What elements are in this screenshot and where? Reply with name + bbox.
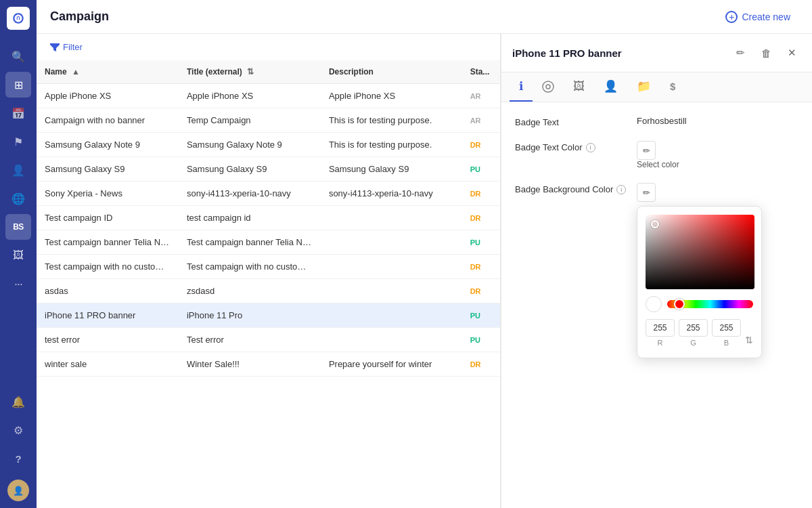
tab-info[interactable]: ℹ (510, 72, 533, 102)
cell-title: Apple iPhone XS (179, 84, 321, 108)
page-title: Campaign (50, 9, 109, 24)
cell-name: winter sale (37, 352, 179, 377)
delete-button[interactable]: 🗑 (757, 43, 775, 62)
cell-status: PU (462, 328, 500, 352)
cell-description: This is for testing purpose. (321, 108, 462, 133)
sidebar-item-image[interactable]: 🖼 (5, 242, 31, 268)
cell-name: test error (37, 328, 179, 352)
cell-title: sony-i4113-xperia-10-navy (179, 182, 321, 206)
tab-dollar[interactable]: $ (660, 72, 685, 102)
badge-text-value: Forhosbestill (637, 116, 687, 126)
col-title-external[interactable]: Title (external) ⇅ (179, 60, 321, 84)
tab-person[interactable]: 👤 (594, 72, 627, 102)
filter-icon (50, 43, 60, 51)
sidebar-item-help[interactable]: ? (5, 446, 31, 471)
table-row[interactable]: Samsung Galaxy S9Samsung Galaxy S9Samsun… (37, 157, 500, 182)
color-picker-popup[interactable]: R G B (637, 206, 762, 358)
sidebar-item-calendar[interactable]: 📅 (5, 100, 31, 126)
hue-strip[interactable] (667, 300, 753, 308)
g-input[interactable] (679, 319, 708, 337)
sidebar-item-settings[interactable]: ⚙ (5, 417, 31, 443)
cell-status: DR (462, 133, 500, 157)
cell-description: Apple iPhone XS (321, 84, 462, 108)
cell-status: DR (462, 182, 500, 206)
plus-circle-icon: + (725, 11, 738, 23)
table-row[interactable]: iPhone 11 PRO banneriPhone 11 ProPU (37, 303, 500, 328)
cell-name: Sony Xperia - News (37, 182, 179, 206)
col-status[interactable]: Sta... (462, 60, 500, 84)
table-row[interactable]: Test campaign IDtest campaign idDR (37, 206, 500, 230)
sidebar-item-globe[interactable]: 🌐 (5, 186, 31, 211)
table-row[interactable]: Campaign with no bannerTemp CampaignThis… (37, 108, 500, 133)
filter-label: Filter (63, 42, 83, 52)
svg-point-0 (543, 81, 554, 92)
select-color-label: Select color (637, 160, 679, 169)
table-row[interactable]: Test campaign with no customer g...Test … (37, 255, 500, 279)
panel-header: iPhone 11 PRO banner ✏ 🗑 ✕ (501, 34, 812, 72)
cell-name: Samsung Galaxy S9 (37, 157, 179, 182)
table-scroll[interactable]: Name ▲ Title (external) ⇅ Description St… (37, 60, 500, 508)
gradient-cursor (651, 220, 659, 228)
main-area: Campaign + Create new Filter (37, 0, 812, 508)
table-row[interactable]: winter saleWinter Sale!!!Prepare yoursel… (37, 352, 500, 377)
sidebar-item-more[interactable]: ··· (5, 271, 31, 297)
filter-button[interactable]: Filter (50, 42, 83, 52)
tab-folder[interactable]: 📁 (627, 72, 660, 102)
spinner-arrows-icon[interactable]: ⇅ (745, 335, 753, 345)
create-new-button[interactable]: + Create new (717, 7, 798, 27)
badge-bg-pen-icon[interactable]: ✏ (637, 183, 656, 202)
cell-title: iPhone 11 Pro (179, 303, 321, 328)
select-color-button[interactable]: ✏ (637, 141, 679, 160)
gradient-canvas[interactable] (646, 215, 754, 289)
cell-name: Campaign with no banner (37, 108, 179, 133)
badge-bg-select-color-button[interactable]: ✏ (637, 183, 762, 202)
gradient-dark-overlay (646, 215, 754, 289)
badge-text-color-info-icon[interactable]: i (586, 143, 595, 152)
rgb-spinner[interactable]: ⇅ (745, 319, 753, 347)
table-area: Filter Name ▲ Title (external) ⇅ (37, 34, 501, 508)
table-row[interactable]: Samsung Galaxy Note 9Samsung Galaxy Note… (37, 133, 500, 157)
badge-bg-color-picker-wrapper: ✏ (637, 183, 762, 358)
cell-name: Test campaign ID (37, 206, 179, 230)
col-description[interactable]: Description (321, 60, 462, 84)
cell-status: PU (462, 157, 500, 182)
tab-image[interactable]: 🖼 (564, 72, 594, 102)
sidebar-item-search[interactable]: 🔍 (5, 43, 31, 69)
table-row[interactable]: Sony Xperia - Newssony-i4113-xperia-10-n… (37, 182, 500, 206)
campaigns-table: Name ▲ Title (external) ⇅ Description St… (37, 60, 500, 377)
sidebar-item-bs[interactable]: BS (5, 214, 31, 240)
badge-bg-color-info-icon[interactable]: i (616, 185, 626, 194)
avatar: 👤 (7, 480, 29, 501)
cell-description: Prepare yourself for winter (321, 352, 462, 377)
close-button[interactable]: ✕ (782, 43, 801, 62)
edit-button[interactable]: ✏ (731, 43, 750, 62)
table-row[interactable]: Apple iPhone XSApple iPhone XSApple iPho… (37, 84, 500, 108)
table-row[interactable]: test errorTest errorPU (37, 328, 500, 352)
col-name[interactable]: Name ▲ (37, 60, 179, 84)
badge-text-color-picker: ✏ Select color (637, 141, 679, 169)
sidebar-item-flag[interactable]: ⚑ (5, 129, 31, 154)
table-row[interactable]: asdaszsdasdDR (37, 279, 500, 303)
badge-text-color-label: Badge Text Color i (515, 141, 637, 152)
cell-description (321, 230, 462, 255)
cell-description (321, 328, 462, 352)
sort-asc-icon: ▲ (72, 67, 80, 77)
cell-title: zsdasd (179, 279, 321, 303)
sidebar-item-bell[interactable]: 🔔 (5, 389, 31, 415)
panel-actions: ✏ 🗑 ✕ (731, 43, 801, 62)
cell-title: Samsung Galaxy Note 9 (179, 133, 321, 157)
cell-status: DR (462, 279, 500, 303)
filter-bar: Filter (37, 34, 500, 60)
cell-description (321, 255, 462, 279)
pen-icon[interactable]: ✏ (637, 141, 656, 160)
b-input[interactable] (712, 319, 741, 337)
tab-badge[interactable] (533, 72, 564, 102)
sidebar-item-person[interactable]: 👤 (5, 157, 31, 183)
r-input[interactable] (646, 319, 675, 337)
r-label: R (658, 339, 663, 347)
cell-status: DR (462, 352, 500, 377)
table-row[interactable]: Test campaign banner Telia NorwayTest ca… (37, 230, 500, 255)
cell-status: DR (462, 255, 500, 279)
panel-title: iPhone 11 PRO banner (512, 47, 731, 59)
sidebar-item-grid[interactable]: ⊞ (5, 72, 31, 98)
